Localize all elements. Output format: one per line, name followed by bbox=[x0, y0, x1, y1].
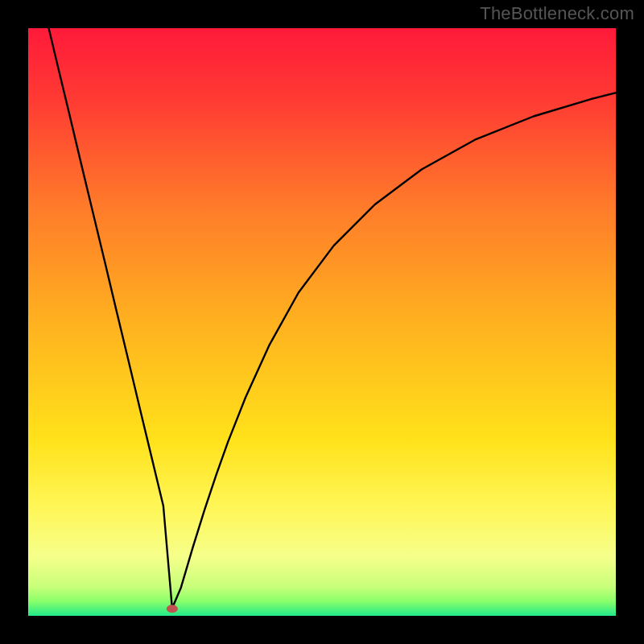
gradient-background bbox=[28, 28, 616, 616]
chart-frame: TheBottleneck.com bbox=[0, 0, 644, 644]
chart-svg bbox=[28, 28, 616, 616]
attribution-watermark: TheBottleneck.com bbox=[480, 3, 634, 24]
plot-area bbox=[28, 28, 616, 616]
optimal-marker bbox=[167, 605, 178, 613]
